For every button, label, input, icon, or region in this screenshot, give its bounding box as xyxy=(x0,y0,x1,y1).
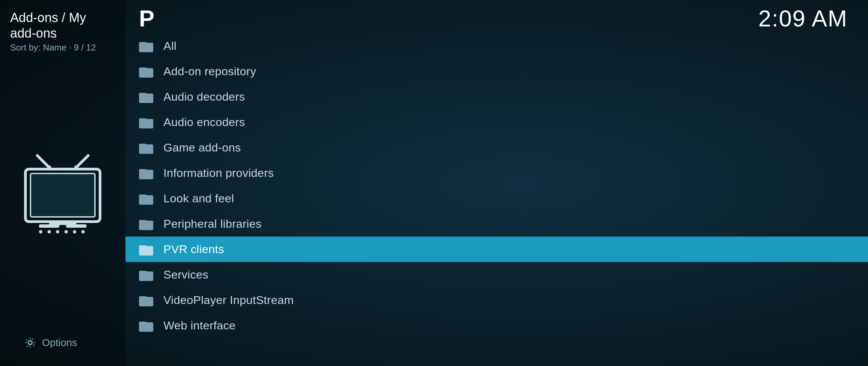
menu-item-label: Look and feel xyxy=(163,192,234,205)
menu-item-information-providers[interactable]: Information providers xyxy=(125,160,868,186)
menu-list: AllAdd-on repositoryAudio decodersAudio … xyxy=(125,33,868,366)
svg-line-1 xyxy=(76,156,88,167)
top-bar: P 2:09 AM xyxy=(125,0,868,33)
svg-point-14 xyxy=(81,230,85,233)
menu-item-label: VideoPlayer InputStream xyxy=(163,293,294,307)
menu-item-label: All xyxy=(163,39,177,53)
menu-item-label: Audio decoders xyxy=(163,90,245,103)
menu-item-label: Game add-ons xyxy=(163,141,241,154)
menu-item-audio-decoders[interactable]: Audio decoders xyxy=(125,84,868,109)
menu-item-peripheral-libraries[interactable]: Peripheral libraries xyxy=(125,211,868,237)
svg-point-16 xyxy=(28,341,32,344)
folder-icon xyxy=(139,218,153,230)
menu-item-label: Add-on repository xyxy=(163,65,256,78)
svg-point-11 xyxy=(56,230,59,233)
right-panel: P 2:09 AM AllAdd-on repositoryAudio deco… xyxy=(125,0,868,366)
left-panel: Add-ons / My add-ons Sort by: Name · 9 /… xyxy=(0,0,125,366)
page-wrapper: Add-ons / My add-ons Sort by: Name · 9 /… xyxy=(0,0,868,366)
options-gear-icon xyxy=(24,336,37,349)
folder-icon xyxy=(139,269,153,281)
folder-icon xyxy=(139,320,153,332)
svg-rect-8 xyxy=(66,224,86,228)
menu-item-game-addons[interactable]: Game add-ons xyxy=(125,135,868,160)
svg-rect-7 xyxy=(39,224,59,228)
title-block: Add-ons / My add-ons Sort by: Name · 9 /… xyxy=(10,10,115,53)
folder-icon xyxy=(139,91,153,103)
tv-icon-wrapper xyxy=(10,66,115,329)
menu-item-addon-repository[interactable]: Add-on repository xyxy=(125,59,868,84)
menu-item-label: PVR clients xyxy=(163,243,224,256)
svg-rect-5 xyxy=(31,174,95,217)
svg-point-12 xyxy=(64,230,68,233)
menu-item-audio-encoders[interactable]: Audio encoders xyxy=(125,109,868,135)
menu-item-label: Information providers xyxy=(163,166,274,180)
menu-item-label: Peripheral libraries xyxy=(163,217,261,230)
svg-line-0 xyxy=(37,156,49,167)
menu-item-videoplayer-inputstream[interactable]: VideoPlayer InputStream xyxy=(125,287,868,313)
menu-item-web-interface[interactable]: Web interface xyxy=(125,313,868,338)
svg-point-9 xyxy=(39,230,42,233)
svg-point-10 xyxy=(47,230,51,233)
menu-item-pvr-clients[interactable]: PVR clients xyxy=(125,237,868,262)
tv-icon xyxy=(19,154,107,242)
menu-item-look-and-feel[interactable]: Look and feel xyxy=(125,186,868,211)
svg-point-13 xyxy=(73,230,76,233)
folder-icon xyxy=(139,40,153,52)
options-label[interactable]: Options xyxy=(42,337,77,348)
folder-icon xyxy=(139,116,153,128)
clock: 2:09 AM xyxy=(758,7,848,30)
filter-letter: P xyxy=(139,7,154,30)
menu-item-label: Services xyxy=(163,268,209,281)
bottom-bar[interactable]: Options xyxy=(10,329,115,356)
folder-icon xyxy=(139,65,153,78)
sort-info: Sort by: Name · 9 / 12 xyxy=(10,42,115,53)
page-title: Add-ons / My add-ons xyxy=(10,10,115,41)
menu-item-label: Audio encoders xyxy=(163,116,245,129)
menu-item-label: Web interface xyxy=(163,319,236,332)
folder-icon xyxy=(139,192,153,205)
menu-item-services[interactable]: Services xyxy=(125,262,868,287)
folder-icon xyxy=(139,294,153,306)
folder-icon xyxy=(139,167,153,179)
folder-icon xyxy=(139,243,153,256)
folder-icon xyxy=(139,142,153,154)
menu-item-all[interactable]: All xyxy=(125,33,868,59)
